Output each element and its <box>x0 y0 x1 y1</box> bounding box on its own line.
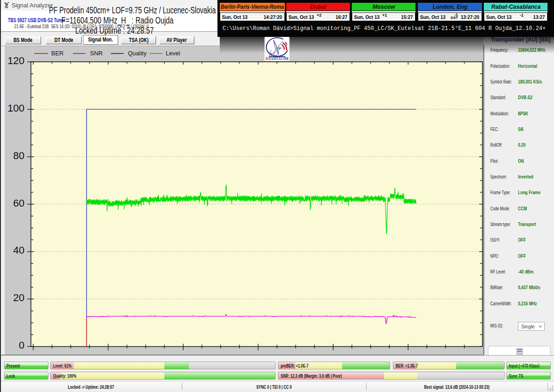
svg-text:SATCS.COM: SATCS.COM <box>271 56 289 61</box>
svg-text:DX: DX <box>266 56 271 61</box>
